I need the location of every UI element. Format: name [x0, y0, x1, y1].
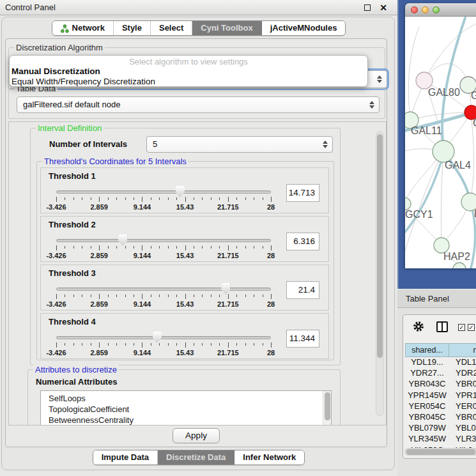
- list-item-selfloops[interactable]: SelfLoops: [41, 393, 331, 404]
- thresholds-group: Threshold's Coordinates for 5 Intervals …: [36, 161, 334, 360]
- threshold-value-field[interactable]: 21.4: [286, 281, 319, 299]
- cell-name: YER0: [449, 401, 476, 412]
- node-label: C: [473, 118, 476, 128]
- tick-mark: [194, 197, 194, 200]
- cell-shared-name: YDR27...: [405, 368, 449, 379]
- threshold-value-field[interactable]: 6.316: [286, 233, 319, 250]
- minimize-traffic-light-icon[interactable]: [422, 6, 429, 13]
- table-row[interactable]: YDR27...YDR2: [405, 368, 476, 379]
- list-item-betweennesscentrality[interactable]: BetweennessCentrality: [41, 415, 331, 426]
- tick-mark: [228, 245, 229, 250]
- zoom-traffic-light-icon[interactable]: [433, 6, 440, 13]
- bottom-tab-bar: Impute DataDiscretize DataInfer Network: [0, 450, 397, 465]
- table-row[interactable]: YBR045CYBR0: [405, 412, 476, 423]
- table-row[interactable]: YLR345WYLR3: [405, 434, 476, 445]
- tick-mark: [108, 295, 109, 297]
- tick-mark: [219, 246, 220, 249]
- tick-mark: [142, 294, 142, 299]
- tick-mark: [56, 342, 57, 348]
- tab-impute-data[interactable]: Impute Data: [93, 450, 158, 464]
- tick-mark: [263, 197, 263, 200]
- network-canvas[interactable]: GAL80GACGAL11GAL4GCY1HHAP2: [405, 17, 476, 268]
- tick-label: 21.715: [217, 349, 239, 357]
- network-node[interactable]: [405, 197, 411, 210]
- tick-mark: [91, 197, 91, 200]
- tab-select[interactable]: Select: [151, 21, 192, 35]
- tick-label: 21.715: [217, 300, 239, 308]
- numerical-attributes-list[interactable]: SelfLoopsTopologicalCoefficientBetweenne…: [40, 390, 332, 426]
- table-row[interactable]: YPR145WYPR1: [405, 390, 476, 401]
- threshold-value-field[interactable]: 14.713: [286, 184, 319, 202]
- tick-mark: [125, 197, 126, 200]
- tick-mark: [159, 295, 160, 297]
- close-traffic-light-icon[interactable]: [411, 6, 418, 13]
- tab-label: Discretize Data: [166, 450, 226, 464]
- float-window-icon[interactable]: [364, 4, 371, 11]
- network-node[interactable]: [433, 141, 454, 162]
- network-edge-thick[interactable]: [405, 155, 443, 238]
- tab-discretize-data[interactable]: Discretize Data: [158, 450, 234, 464]
- apply-button[interactable]: Apply: [173, 428, 220, 443]
- tick-mark: [245, 295, 246, 297]
- slider-track[interactable]: [56, 288, 271, 291]
- slider-thumb[interactable]: [221, 283, 230, 295]
- control-panel-titlebar: Control Panel ✕: [0, 0, 397, 15]
- tick-mark: [159, 197, 160, 200]
- tick-mark: [271, 245, 272, 250]
- tick-mark: [245, 343, 246, 346]
- tick-mark: [116, 295, 117, 297]
- tab-label: Select: [159, 21, 183, 35]
- tick-label: 15.43: [176, 203, 194, 211]
- tick-label: 2.859: [90, 349, 108, 357]
- column-header-shared-name[interactable]: shared...: [405, 343, 449, 357]
- table-row[interactable]: YBR043CYBR0: [405, 379, 476, 390]
- slider-thumb[interactable]: [153, 332, 162, 343]
- slider-thumb[interactable]: [118, 234, 127, 246]
- network-node[interactable]: [453, 263, 466, 268]
- network-edge[interactable]: [441, 151, 443, 245]
- table-row[interactable]: YER054CYER0: [405, 401, 476, 412]
- node-label: GCY1: [405, 209, 433, 220]
- vertical-scrollbar[interactable]: [376, 131, 384, 416]
- list-item-topologicalcoefficient[interactable]: TopologicalCoefficient: [41, 404, 331, 415]
- number-of-intervals-combobox[interactable]: 5: [146, 136, 333, 153]
- tick-label: 9.144: [134, 349, 151, 357]
- table-row[interactable]: YDL19...YDL1: [405, 357, 476, 368]
- tick-mark: [228, 294, 229, 299]
- tick-mark: [228, 342, 229, 348]
- cell-name: YDL1: [449, 357, 476, 368]
- algorithm-dropdown-popup: Select algorithm to view settings Manual…: [9, 55, 368, 87]
- settings-gear-icon[interactable]: [412, 320, 425, 333]
- tab-jactivemnodules[interactable]: jActiveMNodules: [262, 21, 346, 35]
- table-row[interactable]: YBL079WYBL0: [405, 423, 476, 434]
- list-scrollbar[interactable]: [323, 391, 331, 426]
- cell-name: YBL0: [449, 423, 476, 434]
- checkbox-icon[interactable]: [468, 324, 475, 331]
- tab-style[interactable]: Style: [114, 21, 151, 35]
- split-columns-icon[interactable]: [436, 321, 448, 332]
- close-icon[interactable]: ✕: [380, 1, 387, 14]
- slider-track[interactable]: [56, 190, 271, 194]
- tab-label: Impute Data: [102, 450, 149, 464]
- threshold-value-field[interactable]: 11.344: [286, 330, 319, 348]
- top-tab-bar: NetworkStyleSelectCyni ToolboxjActiveMNo…: [0, 20, 397, 36]
- table-data-combobox[interactable]: galFiltered.sif default node: [17, 96, 380, 113]
- tab-network[interactable]: Network: [52, 21, 114, 35]
- tick-mark: [236, 197, 237, 200]
- dropdown-option-equal-width-frequency-discretization[interactable]: Equal Width/Frequency Discretization: [10, 77, 367, 87]
- group-title: Threshold's Coordinates for 5 Intervals: [42, 157, 188, 166]
- tick-mark: [116, 343, 117, 346]
- checkbox-icon[interactable]: [458, 324, 465, 331]
- horizontal-scrollbar[interactable]: [404, 448, 476, 456]
- dropdown-option-manual-discretization[interactable]: Manual Discretization: [10, 66, 367, 77]
- group-title: Attributes to discretize: [33, 365, 119, 374]
- tab-infer-network[interactable]: Infer Network: [234, 450, 304, 464]
- slider-thumb[interactable]: [176, 186, 185, 197]
- tick-label: 28: [267, 300, 275, 308]
- column-header-name[interactable]: na: [449, 343, 476, 357]
- slider-track[interactable]: [56, 336, 271, 339]
- slider-track[interactable]: [56, 239, 271, 242]
- tick-mark: [202, 343, 203, 346]
- tab-cyni-toolbox[interactable]: Cyni Toolbox: [192, 21, 261, 35]
- network-edge[interactable]: [408, 27, 419, 120]
